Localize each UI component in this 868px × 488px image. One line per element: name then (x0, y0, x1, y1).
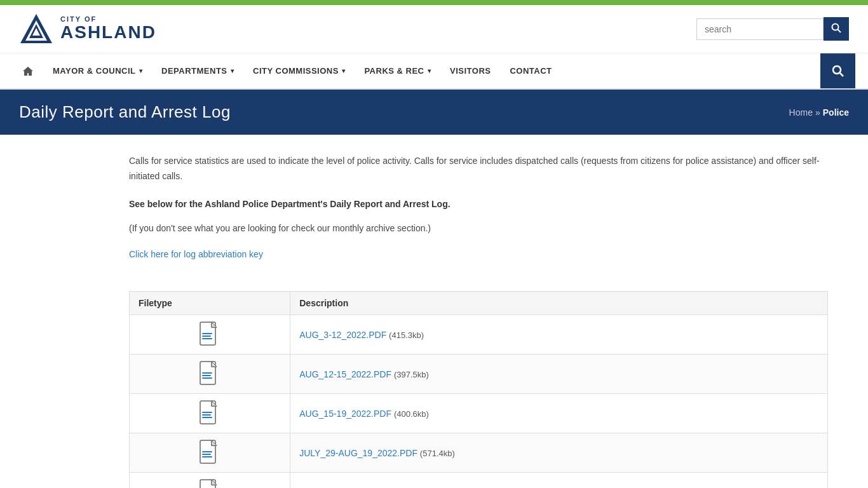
page-header-banner: Daily Report and Arrest Log Home » Polic… (0, 90, 868, 135)
abbreviation-key-link[interactable]: Click here for log abbreviation key (129, 249, 263, 259)
file-table: Filetype Description AUG_3-12_2022.PDF (… (129, 291, 828, 488)
nav-item-mayor-council[interactable]: MAYOR & COUNCIL ▾ (43, 53, 152, 88)
pdf-icon (200, 322, 220, 346)
breadcrumb: Home » Police (789, 107, 849, 118)
nav-home-button[interactable] (13, 53, 43, 88)
file-link[interactable]: AUG_15-19_2022.PDF (299, 409, 391, 419)
search-input[interactable] (696, 18, 824, 40)
file-size: (415.3kb) (389, 330, 424, 340)
pdf-icon (200, 400, 220, 424)
logo-area: CITY OF ASHLAND (19, 11, 156, 46)
chevron-down-icon: ▾ (342, 67, 346, 74)
search-button[interactable] (824, 17, 849, 41)
breadcrumb-separator: » (815, 107, 820, 118)
file-size: (397.5kb) (394, 370, 429, 379)
file-link[interactable]: AUG_3-12_2022.PDF (299, 330, 386, 340)
main-content: Calls for service statistics are used to… (21, 135, 847, 488)
filetype-cell (130, 473, 290, 488)
svg-rect-20 (202, 412, 212, 413)
table-row: AUG_15-19_2022.PDF (400.6kb) (130, 394, 828, 433)
header-search-area (696, 17, 849, 41)
nav-item-departments[interactable]: DEPARTMENTS ▾ (152, 53, 243, 88)
intro-paragraph-3: (If you don't see what you are looking f… (129, 221, 828, 236)
description-cell: AUG_15-19_2022.PDF (400.6kb) (290, 394, 828, 433)
intro-paragraph-1: Calls for service statistics are used to… (129, 154, 828, 184)
top-bar (0, 0, 868, 5)
breadcrumb-current: Police (823, 107, 849, 118)
col-header-description: Description (290, 292, 828, 315)
intro-paragraph-2: See below for the Ashland Police Departm… (129, 197, 828, 212)
description-cell: AUG_3-12_2022.PDF (415.3kb) (290, 315, 828, 355)
svg-rect-21 (202, 414, 211, 416)
page-title: Daily Report and Arrest Log (19, 102, 231, 122)
filetype-cell (130, 355, 290, 394)
table-row: JULY_29-AUG_19_2022.PDF (571.4kb) (130, 433, 828, 473)
chevron-down-icon: ▾ (231, 67, 234, 74)
table-header: Filetype Description (130, 292, 828, 315)
filetype-cell (130, 394, 290, 433)
search-icon (831, 23, 841, 33)
chevron-down-icon: ▾ (139, 67, 143, 74)
search-icon (832, 65, 844, 78)
file-size: (571.4kb) (420, 449, 455, 458)
pdf-icon (200, 479, 220, 488)
svg-rect-12 (202, 338, 212, 339)
svg-rect-15 (202, 372, 212, 374)
filetype-cell (130, 315, 290, 355)
table-row: AUG_12-15_2022.PDF (397.5kb) (130, 355, 828, 394)
filetype-cell (130, 433, 290, 473)
ashland-label: ASHLAND (60, 23, 156, 43)
file-link[interactable]: JULY_29-AUG_19_2022.PDF (299, 448, 417, 458)
description-cell: AUG_19-SEPT_1_2022.PDF (440.6kb) (290, 473, 828, 488)
chevron-down-icon: ▾ (428, 67, 431, 74)
svg-rect-25 (202, 451, 212, 452)
nav-item-parks-rec[interactable]: PARKS & REC ▾ (355, 53, 440, 88)
file-size: (400.6kb) (394, 409, 429, 419)
description-cell: JULY_29-AUG_19_2022.PDF (571.4kb) (290, 433, 828, 473)
svg-rect-17 (202, 377, 212, 379)
pdf-icon (200, 440, 220, 464)
svg-point-6 (833, 66, 841, 74)
nav-item-city-commissions[interactable]: CITY COMMISSIONS ▾ (243, 53, 355, 88)
svg-rect-16 (202, 375, 211, 376)
svg-rect-22 (202, 417, 212, 418)
file-link[interactable]: AUG_12-15_2022.PDF (299, 369, 391, 379)
svg-rect-26 (202, 454, 211, 455)
breadcrumb-home-link[interactable]: Home (789, 107, 813, 118)
nav-item-contact[interactable]: CONTACT (500, 53, 561, 88)
logo-text: CITY OF ASHLAND (60, 15, 156, 43)
col-header-filetype: Filetype (130, 292, 290, 315)
nav-search-button[interactable] (820, 53, 855, 88)
content-area: Calls for service statistics are used to… (116, 154, 828, 488)
pdf-icon (200, 361, 220, 385)
svg-rect-10 (202, 333, 212, 334)
table-row: AUG_3-12_2022.PDF (415.3kb) (130, 315, 828, 355)
svg-rect-27 (202, 456, 212, 458)
nav-item-visitors[interactable]: VISITORS (440, 53, 500, 88)
svg-line-7 (840, 73, 843, 76)
svg-line-5 (838, 30, 841, 33)
city-logo-icon (19, 11, 54, 46)
site-header: CITY OF ASHLAND (0, 5, 868, 53)
sidebar (40, 154, 116, 488)
home-icon (22, 65, 34, 77)
svg-point-4 (832, 24, 839, 30)
main-nav: MAYOR & COUNCIL ▾ DEPARTMENTS ▾ CITY COM… (0, 53, 868, 90)
description-cell: AUG_12-15_2022.PDF (397.5kb) (290, 355, 828, 394)
table-body: AUG_3-12_2022.PDF (415.3kb) AUG_12-15_20… (130, 315, 828, 488)
table-row: AUG_19-SEPT_1_2022.PDF (440.6kb) (130, 473, 828, 488)
svg-rect-11 (202, 336, 211, 337)
